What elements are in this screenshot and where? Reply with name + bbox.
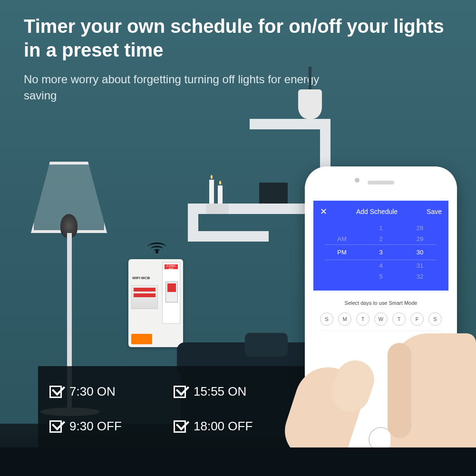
- state-label: ON: [419, 337, 428, 344]
- breaker-model: ZJSB9-80Z: [165, 264, 178, 269]
- screen-title: Add Schedule: [356, 208, 398, 215]
- schedule-item: 9:30 OFF: [49, 410, 169, 442]
- check-icon: [49, 386, 62, 398]
- candle-holder: [206, 204, 229, 214]
- marketing-headline: Timer your own schedule for on/off your …: [24, 14, 452, 62]
- schedule-item: 18:00 OFF: [174, 410, 293, 442]
- candle-decoration: [209, 180, 214, 204]
- wifi-breaker-device: WIFI MCB ZJSB9-80Z: [128, 259, 183, 347]
- phone-mockup: ✕ Add Schedule Save 128 AM229 PM330 431 …: [305, 166, 457, 461]
- time-picker-selected[interactable]: PM330: [325, 244, 437, 260]
- breaker-switch: [165, 282, 178, 302]
- state-row[interactable]: ON ›: [320, 330, 442, 350]
- days-section: Select days to use Smart Mode S M T W T …: [313, 291, 448, 359]
- save-button[interactable]: Save: [427, 208, 442, 215]
- time-picker[interactable]: 128 AM229 PM330 431 532: [320, 216, 442, 291]
- check-icon: [174, 386, 186, 398]
- breaker-label: WIFI MCB: [132, 276, 150, 280]
- day-toggle-mon[interactable]: M: [338, 312, 351, 326]
- day-toggle-wed[interactable]: W: [374, 312, 388, 326]
- tuya-logo: [131, 334, 152, 344]
- schedule-text: 18:00 OFF: [194, 419, 253, 434]
- day-toggle-sat[interactable]: S: [428, 312, 442, 326]
- app-screen: ✕ Add Schedule Save 128 AM229 PM330 431 …: [313, 201, 448, 423]
- chevron-right-icon: ›: [432, 337, 434, 344]
- close-button[interactable]: ✕: [320, 207, 327, 216]
- vase-decoration: [298, 89, 322, 119]
- app-header: ✕ Add Schedule Save 128 AM229 PM330 431 …: [313, 201, 448, 291]
- check-icon: [174, 420, 186, 433]
- marketing-subhead: No more worry about forgetting turning o…: [24, 71, 343, 103]
- day-toggle-fri[interactable]: F: [410, 312, 424, 326]
- schedule-text: 15:55 ON: [194, 384, 246, 399]
- day-toggle-tue[interactable]: T: [356, 312, 369, 326]
- schedule-text: 9:30 OFF: [69, 419, 122, 434]
- days-title: Select days to use Smart Mode: [320, 300, 442, 306]
- schedule-text: 7:30 ON: [69, 384, 116, 399]
- check-icon: [49, 420, 62, 433]
- candle-decoration: [218, 185, 223, 204]
- schedule-item: 15:55 ON: [174, 376, 293, 408]
- image-border-bottom: [0, 447, 476, 476]
- wifi-icon: [147, 238, 166, 252]
- day-toggle-thu[interactable]: T: [392, 312, 406, 326]
- shelf-box: [259, 183, 288, 204]
- day-toggle-sun[interactable]: S: [320, 312, 333, 326]
- schedule-examples-overlay: 7:30 ON 15:55 ON 9:30 OFF 18:00 OFF: [38, 366, 304, 452]
- schedule-item: 7:30 ON: [49, 376, 169, 408]
